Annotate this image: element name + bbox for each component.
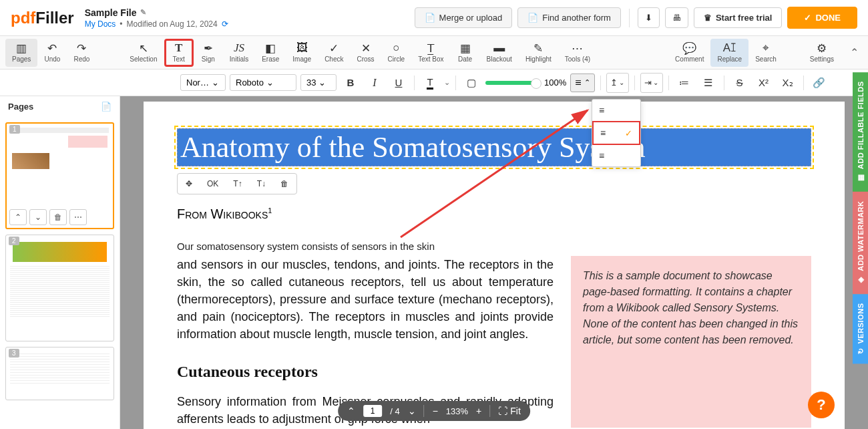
indent-button[interactable]: ⇥⌄	[640, 73, 663, 93]
paragraph-style-dropdown[interactable]: Nor…⌄	[180, 74, 226, 91]
increase-font-button[interactable]: T↑	[228, 176, 247, 191]
underline-button[interactable]: U	[389, 73, 409, 93]
sign-tool[interactable]: ✒Sign	[194, 39, 223, 67]
opacity-slider[interactable]	[485, 81, 539, 85]
document-canvas[interactable]: Anatomy of the Somatosensory System ✥ OK…	[120, 96, 868, 429]
delete-text-button[interactable]: 🗑	[275, 176, 294, 191]
date-tool[interactable]: ▦Date	[451, 39, 480, 67]
font-family-dropdown[interactable]: Roboto⌄	[230, 74, 296, 91]
zoom-in-button[interactable]: +	[476, 406, 481, 416]
link-button[interactable]: 🔗	[809, 73, 829, 93]
page-thumbnail-1[interactable]: 1 ⌃ ⌄ 🗑 ⋯	[5, 122, 114, 229]
merge-upload-button[interactable]: 📄 Merge or upload	[415, 7, 513, 28]
add-page-icon[interactable]: 📄	[101, 102, 112, 112]
initials-label: Initials	[230, 55, 248, 63]
page-thumbnail-3[interactable]: 3	[5, 347, 114, 400]
collapse-toolbar-button[interactable]: ⌃	[846, 42, 863, 63]
replace-tool[interactable]: AꕯReplace	[710, 39, 748, 67]
bullet-list-button[interactable]: ☰	[698, 73, 718, 93]
text-align-dropdown[interactable]: ≡ ⌃	[570, 74, 594, 92]
decrease-font-button[interactable]: T↓	[252, 176, 271, 191]
comment-tool[interactable]: 💬Comment	[668, 39, 710, 67]
align-popup: ≡ ≡✓ ≡	[592, 99, 641, 167]
delete-page-button[interactable]: 🗑	[49, 209, 67, 225]
pages-tool[interactable]: ▥Pages	[5, 39, 37, 67]
highlight-tool[interactable]: ✎Highlight	[519, 39, 558, 67]
cross-tool[interactable]: ✕Cross	[350, 39, 381, 67]
help-button[interactable]: ?	[808, 392, 835, 418]
selection-tool[interactable]: ↖Selection	[123, 39, 164, 67]
numbered-list-button[interactable]: ≔	[674, 73, 694, 93]
circle-tool[interactable]: ○Circle	[381, 39, 412, 67]
file-title[interactable]: Sample File ✎	[85, 7, 228, 18]
selected-title-text[interactable]: Anatomy of the Somatosensory System	[177, 128, 811, 166]
tools-menu[interactable]: ⋯Tools (4)	[558, 39, 597, 67]
checkmark-icon: ✓	[329, 42, 339, 54]
sync-icon[interactable]: ⟳	[222, 19, 228, 29]
fit-button[interactable]: ⛶Fit	[498, 406, 521, 416]
prev-page-button[interactable]: ⌃	[347, 406, 355, 416]
textbox-tool[interactable]: T̲Text Box	[411, 39, 450, 67]
image-tool[interactable]: 🖼Image	[286, 39, 318, 67]
start-trial-button[interactable]: ♛ Start free trial	[694, 7, 783, 28]
app-header: pdfFiller Sample File ✎ My Docs • Modifi…	[0, 0, 868, 36]
download-button[interactable]: ⬇	[638, 7, 660, 28]
add-fillable-fields-rail[interactable]: ▦ADD FILLABLE FIELDS	[853, 72, 868, 192]
align-left-option[interactable]: ≡	[592, 100, 640, 121]
blackout-tool[interactable]: ▬Blackout	[480, 39, 519, 67]
strikethrough-button[interactable]: S	[730, 73, 750, 93]
redo-tool[interactable]: ↷Redo	[67, 39, 96, 67]
document-page[interactable]: Anatomy of the Somatosensory System ✥ OK…	[144, 102, 845, 429]
print-button[interactable]: 🖶	[665, 7, 688, 28]
versions-rail[interactable]: ↻VERSIONS	[853, 294, 868, 364]
chevron-down-icon[interactable]: ⌄	[444, 78, 450, 87]
undo-tool[interactable]: ↶Undo	[37, 39, 67, 67]
main-area: Pages 📄 1 ⌃ ⌄ 🗑 ⋯	[0, 96, 868, 429]
history-icon: ↻	[856, 348, 865, 355]
highlight-icon: ✎	[533, 42, 543, 54]
current-page-input[interactable]	[363, 405, 382, 417]
text-color-icon: T	[427, 76, 433, 90]
bold-button[interactable]: B	[341, 73, 361, 93]
erase-tool[interactable]: ◧Erase	[255, 39, 286, 67]
image-label: Image	[292, 55, 311, 63]
edit-icon[interactable]: ✎	[140, 8, 146, 17]
subscript-button[interactable]: X₂	[778, 73, 798, 93]
move-handle[interactable]: ✥	[180, 176, 198, 191]
move-up-button[interactable]: ⌃	[9, 209, 27, 225]
intro-line: Our somatosensory system consists of sen…	[177, 241, 811, 252]
add-watermark-rail[interactable]: ◈ADD WATERMARK	[853, 192, 868, 294]
search-label: Search	[755, 55, 777, 63]
comment-label: Comment	[675, 55, 704, 63]
file-title-text: Sample File	[85, 7, 137, 18]
next-page-button[interactable]: ⌄	[408, 406, 416, 416]
text-tool[interactable]: TText	[164, 39, 194, 67]
text-color-button[interactable]: T	[420, 73, 440, 93]
italic-button[interactable]: I	[365, 73, 385, 93]
align-center-option[interactable]: ≡✓	[592, 121, 640, 145]
font-size-dropdown[interactable]: 33⌄	[300, 74, 337, 91]
check-tool[interactable]: ✓Check	[318, 39, 350, 67]
thumbnails-list[interactable]: 1 ⌃ ⌄ 🗑 ⋯ 2	[0, 117, 120, 429]
align-right-option[interactable]: ≡	[592, 145, 640, 166]
done-button[interactable]: ✓ DONE	[787, 7, 857, 29]
settings-tool[interactable]: ⚙Settings	[803, 39, 841, 67]
pages-sidebar: Pages 📄 1 ⌃ ⌄ 🗑 ⋯	[0, 96, 120, 429]
size-value: 33	[306, 78, 316, 88]
redo-label: Redo	[73, 55, 89, 63]
move-down-button[interactable]: ⌄	[29, 209, 47, 225]
vertical-align-button[interactable]: ↥⌄	[606, 73, 629, 93]
find-form-button[interactable]: 📄 Find another form	[517, 7, 621, 28]
chevron-up-icon: ⌃	[347, 406, 355, 416]
logo: pdfFiller	[11, 9, 74, 27]
superscript-button[interactable]: X²	[754, 73, 774, 93]
zoom-level: 133%	[446, 406, 468, 416]
zoom-out-button[interactable]: −	[433, 406, 438, 416]
more-page-button[interactable]: ⋯	[69, 209, 87, 225]
my-docs-link[interactable]: My Docs	[85, 19, 116, 29]
highlight-color-button[interactable]: ▢	[461, 73, 481, 93]
ok-button[interactable]: OK	[202, 176, 224, 191]
search-tool[interactable]: ⌖Search	[748, 39, 783, 67]
page-thumbnail-2[interactable]: 2	[5, 235, 114, 341]
initials-tool[interactable]: JSInitials	[223, 39, 255, 67]
